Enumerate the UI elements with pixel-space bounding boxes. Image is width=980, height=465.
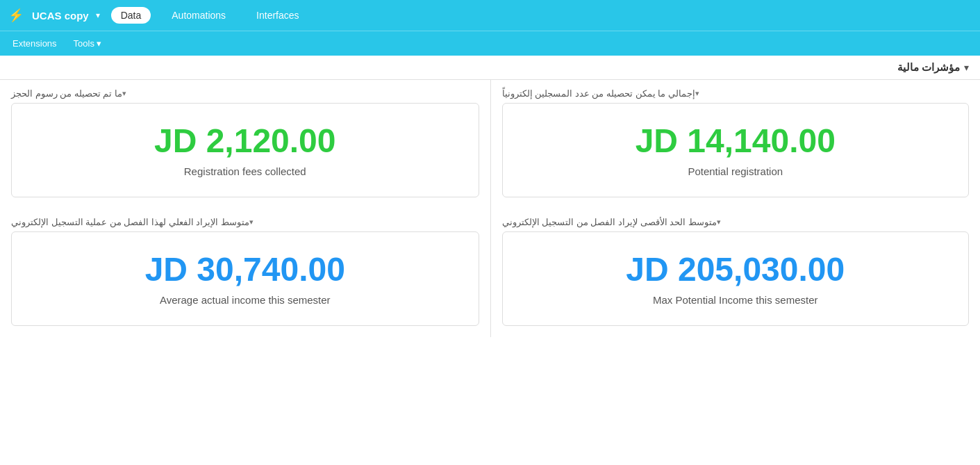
card-4-value: JD 205,030.00 bbox=[517, 252, 955, 288]
tools-label: Tools bbox=[74, 38, 94, 49]
nav-data-button[interactable]: Data bbox=[111, 7, 151, 24]
nav-interfaces-button[interactable]: Interfaces bbox=[247, 7, 308, 24]
card-2: JD 14,140.00 Potential registration bbox=[502, 103, 970, 197]
card-4: JD 205,030.00 Max Potential Income this … bbox=[502, 231, 970, 326]
top-nav: ⚡ UCAS copy ▾ Data Automations Interface… bbox=[0, 0, 980, 31]
cards-grid: ▾ ما تم تحصيله من رسوم الحجز JD 2,120.00… bbox=[0, 80, 980, 337]
card-2-value: JD 14,140.00 bbox=[517, 123, 955, 160]
extensions-nav-item[interactable]: Extensions bbox=[6, 35, 64, 51]
card-4-subtitle: Max Potential Income this semester bbox=[517, 294, 955, 306]
card-label-row-1: ▾ ما تم تحصيله من رسوم الحجز bbox=[11, 88, 479, 99]
app-icon: ⚡ bbox=[8, 8, 24, 23]
card-3-subtitle: Average actual income this semester bbox=[26, 294, 465, 306]
section-toggle-icon[interactable]: ▾ bbox=[964, 62, 969, 73]
tools-nav-item[interactable]: Tools ▾ bbox=[67, 35, 108, 51]
section-title: مؤشرات مالية bbox=[897, 61, 960, 74]
card-label-row-2: ▾ إجمالي ما يمكن تحصيله من عدد المسجلين … bbox=[502, 88, 970, 99]
main-content: ▾ مؤشرات مالية ▾ ما تم تحصيله من رسوم ال… bbox=[0, 56, 980, 465]
card-3: JD 30,740.00 Average actual income this … bbox=[11, 231, 479, 326]
app-title: UCAS copy bbox=[32, 10, 89, 22]
card-3-chevron-icon[interactable]: ▾ bbox=[249, 218, 254, 227]
card-2-subtitle: Potential registration bbox=[517, 165, 955, 177]
nav-automations-button[interactable]: Automations bbox=[162, 7, 235, 24]
card-1-chevron-icon[interactable]: ▾ bbox=[122, 89, 126, 98]
secondary-nav: Extensions Tools ▾ bbox=[0, 31, 980, 56]
card-2-chevron-icon[interactable]: ▾ bbox=[695, 89, 699, 98]
card-1: JD 2,120.00 Registration fees collected bbox=[11, 103, 479, 197]
tools-dropdown-icon: ▾ bbox=[97, 38, 101, 49]
card-label-row-3: ▾ متوسط الإيراد الفعلي لهذا الفصل من عمل… bbox=[11, 217, 479, 227]
card-3-label: متوسط الإيراد الفعلي لهذا الفصل من عملية… bbox=[11, 217, 249, 227]
card-1-label: ما تم تحصيله من رسوم الحجز bbox=[11, 88, 122, 99]
card-section-1: ▾ ما تم تحصيله من رسوم الحجز JD 2,120.00… bbox=[0, 80, 490, 209]
section-header: ▾ مؤشرات مالية bbox=[0, 56, 980, 80]
card-2-label: إجمالي ما يمكن تحصيله من عدد المسجلين إل… bbox=[502, 88, 695, 99]
card-4-label: متوسط الحد الأقصى لإيراد الفصل من التسجي… bbox=[502, 217, 717, 227]
card-section-2: ▾ إجمالي ما يمكن تحصيله من عدد المسجلين … bbox=[490, 80, 981, 209]
card-4-chevron-icon[interactable]: ▾ bbox=[717, 218, 721, 227]
card-1-subtitle: Registration fees collected bbox=[26, 165, 465, 177]
card-3-value: JD 30,740.00 bbox=[26, 252, 465, 288]
card-section-4: ▾ متوسط الحد الأقصى لإيراد الفصل من التس… bbox=[490, 209, 981, 337]
title-dropdown-icon[interactable]: ▾ bbox=[96, 10, 100, 20]
card-1-value: JD 2,120.00 bbox=[26, 123, 465, 160]
card-section-3: ▾ متوسط الإيراد الفعلي لهذا الفصل من عمل… bbox=[0, 209, 490, 337]
card-label-row-4: ▾ متوسط الحد الأقصى لإيراد الفصل من التس… bbox=[502, 217, 970, 227]
